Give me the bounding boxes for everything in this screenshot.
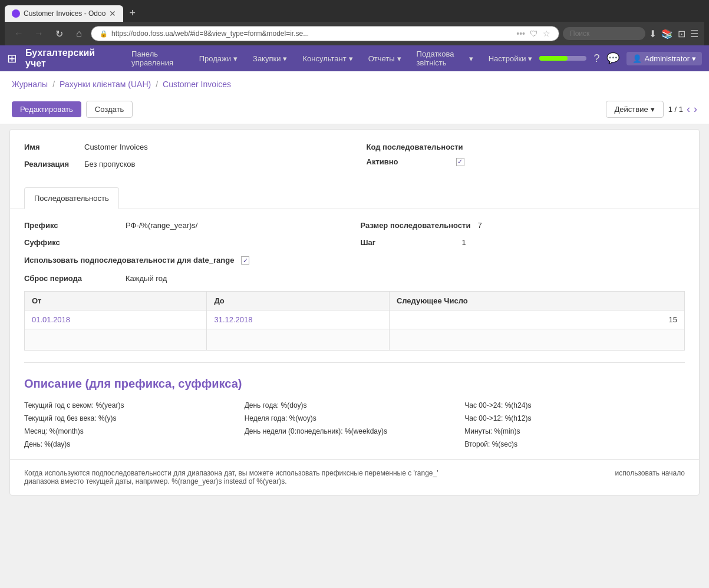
breadcrumb-journals[interactable]: Журналы [12,80,48,89]
star-icon[interactable]: ☆ [543,29,550,38]
empty-cell-2 [207,329,389,351]
action-arrow: ▾ [651,105,655,114]
nav-item-tax[interactable]: Податкова звітність ▾ [410,45,480,72]
app-navbar: ⊞ Бухгалтерский учет Панель управления П… [0,45,709,71]
desc-item-1: День года: %(doy)s [245,400,465,411]
nav-label-purchase: Закупки [253,54,281,63]
action-bar: Редактировать Создать Действие ▾ 1 / 1 ‹… [0,95,709,124]
size-value: 7 [477,221,482,230]
table-row[interactable]: 01.01.2018 31.12.2018 15 [25,310,685,329]
tab-favicon [12,9,20,18]
tabs-container: Последовательность [10,187,699,209]
sequence-table: От До Следующее Число 01.01.2018 31.12.2… [24,291,685,351]
step-label: Шаг [361,238,455,247]
edit-button[interactable]: Редактировать [12,101,81,117]
breadcrumb-sep-1: / [52,80,55,89]
url-text: https://odoo.foss.ua/web/#id=8&view_type… [111,29,513,38]
prev-page-btn[interactable]: ‹ [687,103,690,115]
desc-item-4: Неделя года: %(woy)s [245,413,465,424]
search-input[interactable] [563,27,645,40]
cell-next: 15 [389,310,684,329]
desc-item-11: Второй: %(sec)s [464,439,685,450]
user-badge[interactable]: 👤 Administrator ▾ [626,52,702,65]
refresh-btn[interactable]: ↻ [51,25,67,42]
desc-item-8: Минуты: %(min)s [464,426,685,437]
active-checkbox[interactable]: ✓ [456,158,464,166]
footer-continuation: диапазона вместо текущей даты, например.… [24,477,287,485]
use-sub-checkbox[interactable]: ✓ [241,256,249,265]
nav-label-reports: Отчеты [368,54,395,63]
impl-label: Реализация [24,158,77,169]
forward-btn[interactable]: → [31,25,47,42]
description-section: Описание (для префикса, суффикса) Текущи… [10,363,699,459]
app-nav-right: ? 💬 👤 Administrator ▾ [539,52,702,65]
nav-item-sales[interactable]: Продажи ▾ [192,45,245,72]
suffix-label: Суффикс [24,238,118,247]
footer-text-before: Когда используются подпоследовательности… [24,469,438,477]
dropdown-arrow-purchase: ▾ [283,54,287,63]
sequence-content: Префикс РФ-/%(range_year)s/ Размер после… [10,209,699,362]
new-tab-btn[interactable]: + [124,5,140,22]
action-dropdown-button[interactable]: Действие ▾ [606,101,664,118]
footer-note: Когда используются подпоследовательности… [10,459,699,495]
dropdown-arrow-settings: ▾ [528,54,532,63]
home-btn[interactable]: ⌂ [71,25,87,42]
empty-row [25,329,685,351]
nav-item-settings[interactable]: Настройки ▾ [482,45,540,72]
extensions-icon[interactable]: ⊡ [678,28,685,39]
reset-row: Сброс периода Каждый год [24,274,685,283]
nav-item-consultant[interactable]: Консультант ▾ [295,45,360,72]
nav-item-reports[interactable]: Отчеты ▾ [361,45,408,72]
col-from: От [25,292,207,310]
code-row: Код последовательности [367,143,685,151]
pagination: 1 / 1 ‹ › [668,103,697,115]
empty-cell-1 [25,329,207,351]
cell-to[interactable]: 31.12.2018 [207,310,389,329]
breadcrumb-current: Customer Invoices [163,80,231,89]
reset-label: Сброс периода [24,274,118,283]
back-btn[interactable]: ← [11,25,27,42]
nav-label-consultant: Консультант [302,54,346,63]
breadcrumb: Журналы / Рахунки клієнтам (UAH) / Custo… [0,71,709,95]
create-button[interactable]: Создать [86,101,133,118]
menu-icon[interactable]: ☰ [690,28,698,39]
empty-cell-3 [389,329,684,351]
col-to: До [207,292,389,310]
active-row: Активно ✓ [367,157,685,166]
description-grid: Текущий год с веком: %(year)s День года:… [24,400,685,450]
nav-item-dashboard[interactable]: Панель управления [124,45,191,72]
name-label: Имя [24,141,77,151]
cell-from[interactable]: 01.01.2018 [25,310,207,329]
desc-item-6: Месяц: %(month)s [24,426,245,437]
next-page-btn[interactable]: › [694,103,697,115]
tab-title: Customer Invoices - Odoo [24,9,105,18]
nav-label-tax: Податкова звітність [417,49,467,67]
tab-sequence[interactable]: Последовательность [24,187,119,209]
breadcrumb-uah[interactable]: Рахунки клієнтам (UAH) [60,80,151,89]
tab-sequence-label: Последовательность [34,194,109,203]
chat-icon[interactable]: 💬 [606,52,619,65]
library-icon[interactable]: 📚 [661,28,673,39]
dropdown-arrow-sales: ▾ [233,54,238,63]
download-icon[interactable]: ⬇ [649,28,657,39]
nav-label-settings: Настройки [489,54,526,63]
desc-item-3: Текущий год без века: %(y)s [24,413,245,424]
footer-text-after: использовать начало [615,469,685,477]
tab-close-btn[interactable]: ✕ [109,9,116,18]
more-btn[interactable]: ••• [516,29,525,38]
lock-icon: 🔒 [100,30,108,38]
dropdown-arrow-reports: ▾ [397,54,401,63]
progress-bar [539,56,586,61]
prefix-label: Префикс [24,221,118,230]
shield-icon: 🛡 [530,29,538,38]
user-avatar-icon: 👤 [632,54,642,63]
grid-icon[interactable]: ⊞ [7,51,17,65]
dropdown-arrow-tax: ▾ [469,54,473,63]
nav-item-purchase[interactable]: Закупки ▾ [246,45,294,72]
address-bar[interactable]: 🔒 https://odoo.foss.ua/web/#id=8&view_ty… [91,26,559,41]
nav-items: Панель управления Продажи ▾ Закупки ▾ Ко… [124,45,539,72]
browser-tab[interactable]: Customer Invoices - Odoo ✕ [5,5,123,22]
active-label: Активно [367,157,449,166]
help-icon[interactable]: ? [593,52,599,65]
prefix-value: РФ-/%(range_year)s/ [126,221,197,230]
